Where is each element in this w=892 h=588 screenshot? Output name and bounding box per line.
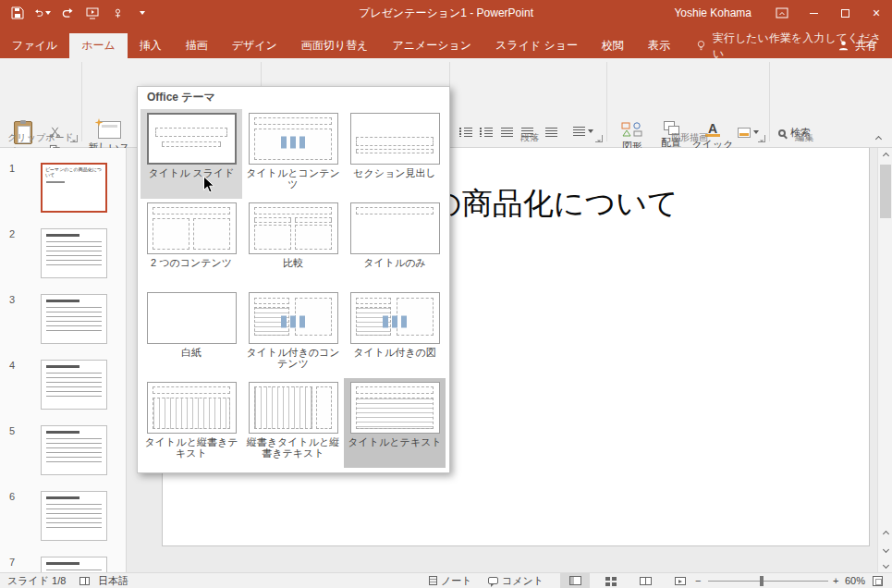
thumbnail-title-bar [46, 234, 79, 237]
zoom-slider[interactable] [708, 581, 828, 582]
ribbon-display-options-button[interactable] [766, 0, 798, 26]
share-button[interactable]: 共有 [823, 33, 892, 58]
layout-preview [249, 382, 338, 434]
notes-button[interactable]: ノート [429, 573, 472, 588]
layout-option-title-only[interactable]: タイトルのみ [344, 199, 446, 288]
redo-button[interactable] [59, 4, 76, 22]
slide-thumbnail-7[interactable]: 7 [0, 555, 127, 572]
previous-slide-button[interactable] [878, 526, 892, 541]
thumbnail-text-lines [46, 373, 102, 397]
layout-option-label: タイトル スライド [148, 167, 234, 178]
zoom-slider-thumb[interactable] [760, 576, 764, 586]
collapse-ribbon-button[interactable] [875, 136, 882, 142]
drawing-dialog-launcher[interactable] [758, 135, 765, 142]
scroll-up-button[interactable] [878, 148, 892, 163]
window-title: プレゼンテーション1 - PowerPoint [185, 0, 707, 26]
person-icon [837, 40, 849, 52]
thumbnail-text-lines [46, 438, 102, 462]
layout-option-vertical-title-and-text[interactable]: 縦書きタイトルと縦書きテキスト [242, 378, 344, 468]
undo-icon [34, 7, 43, 19]
slide-thumbnail-3[interactable]: 3 [0, 292, 127, 353]
slide-counter[interactable]: スライド 1/8 [7, 573, 66, 588]
slide-thumbnail-image [41, 294, 107, 344]
layout-option-section-header[interactable]: セクション見出し [344, 109, 446, 199]
layout-option-comparison[interactable]: 比較 [242, 199, 344, 288]
normal-view-button[interactable] [560, 573, 590, 588]
maximize-button[interactable] [829, 0, 861, 26]
slide-sorter-view-button[interactable] [595, 573, 625, 588]
touch-mode-button[interactable] [109, 4, 126, 22]
tab-draw[interactable]: 描画 [174, 33, 220, 58]
tab-view[interactable]: 表示 [636, 33, 682, 58]
tab-slideshow[interactable]: スライド ショー [483, 33, 590, 58]
layout-preview [350, 382, 440, 434]
share-label: 共有 [855, 38, 877, 54]
scrollbar-thumb[interactable] [880, 165, 891, 218]
thumbnail-title-bar [46, 562, 79, 565]
next-slide-button[interactable] [878, 542, 892, 557]
layout-option-two-content[interactable]: 2 つのコンテンツ [141, 199, 242, 288]
paragraph-group-label: 段落 [453, 131, 606, 144]
slide-thumbnail-6[interactable]: 6 [0, 489, 127, 550]
layout-option-label: タイトルとテキスト [348, 436, 441, 447]
layout-option-picture-with-caption[interactable]: タイトル付きの図 [344, 288, 446, 378]
reading-view-button[interactable] [630, 573, 660, 588]
zoom-out-button[interactable]: − [695, 573, 701, 588]
layout-option-content-with-caption[interactable]: タイトル付きのコンテンツ [242, 288, 344, 378]
zoom-percentage[interactable]: 60% [845, 573, 865, 588]
save-button[interactable] [9, 4, 26, 22]
comments-button[interactable]: コメント [488, 573, 544, 588]
language-indicator[interactable]: 日本語 [98, 573, 128, 588]
reading-view-icon [640, 577, 652, 585]
slide-thumbnail-image [41, 557, 107, 572]
layout-preview [147, 292, 237, 344]
slide-thumbnail-image [41, 228, 107, 278]
layout-option-blank[interactable]: 白紙 [141, 288, 242, 378]
customize-qat-button[interactable] [134, 4, 151, 22]
layout-preview [147, 382, 237, 434]
slideshow-view-button[interactable] [666, 573, 695, 588]
slide-thumbnail-1[interactable]: 1 ピーマンのこの商品化について [0, 161, 127, 222]
slide-number: 5 [9, 425, 15, 436]
tab-review[interactable]: 校閲 [590, 33, 636, 58]
start-from-beginning-icon [86, 6, 99, 19]
editing-group-label: 編集 [772, 131, 837, 144]
slide-number: 2 [9, 228, 15, 239]
undo-button[interactable] [34, 4, 51, 22]
tab-animations[interactable]: アニメーション [380, 33, 483, 58]
tab-transitions[interactable]: 画面切り替え [289, 33, 381, 58]
layout-option-title-slide[interactable]: タイトル スライド [141, 109, 242, 199]
tab-home[interactable]: ホーム [69, 33, 128, 58]
slide-thumbnail-4[interactable]: 4 [0, 358, 127, 419]
clipboard-dialog-launcher[interactable] [70, 135, 78, 142]
vertical-scrollbar[interactable] [877, 148, 892, 572]
spellcheck-button[interactable] [79, 573, 90, 588]
layout-option-label: タイトルとコンテンツ [245, 167, 341, 190]
tab-insert[interactable]: 挿入 [128, 33, 174, 58]
titlebar-right: Yoshie Kohama × [674, 0, 892, 26]
thumbnail-text-lines [46, 307, 102, 331]
close-button[interactable]: × [861, 0, 892, 26]
layout-option-label: 白紙 [181, 347, 202, 358]
zoom-in-button[interactable]: + [833, 573, 838, 588]
start-from-beginning-button[interactable] [84, 4, 101, 22]
account-name[interactable]: Yoshie Kohama [674, 6, 751, 19]
slide-thumbnail-pane: 1 ピーマンのこの商品化について 2 3 4 5 [0, 148, 127, 572]
save-icon [11, 6, 24, 19]
tab-design[interactable]: デザイン [220, 33, 289, 58]
fit-to-window-button[interactable] [873, 573, 883, 588]
layout-option-title-and-vertical-text[interactable]: タイトルと縦書きテキスト [141, 378, 242, 468]
tab-file[interactable]: ファイル [0, 33, 69, 58]
slide-thumbnail-5[interactable]: 5 [0, 423, 127, 484]
layout-option-title-and-content[interactable]: タイトルとコンテンツ [242, 109, 344, 199]
layout-preview [147, 202, 237, 254]
layout-gallery-header: Office テーマ [138, 87, 449, 107]
slide-thumbnail-2[interactable]: 2 [0, 227, 127, 288]
minimize-button[interactable] [798, 0, 829, 26]
layout-option-title-and-text[interactable]: タイトルとテキスト [344, 378, 446, 468]
layout-preview [350, 202, 440, 254]
scroll-down-button[interactable] [878, 557, 892, 572]
new-slide-icon [98, 121, 121, 139]
paragraph-dialog-launcher[interactable] [595, 135, 603, 142]
thumbnail-title-bar [46, 496, 79, 499]
